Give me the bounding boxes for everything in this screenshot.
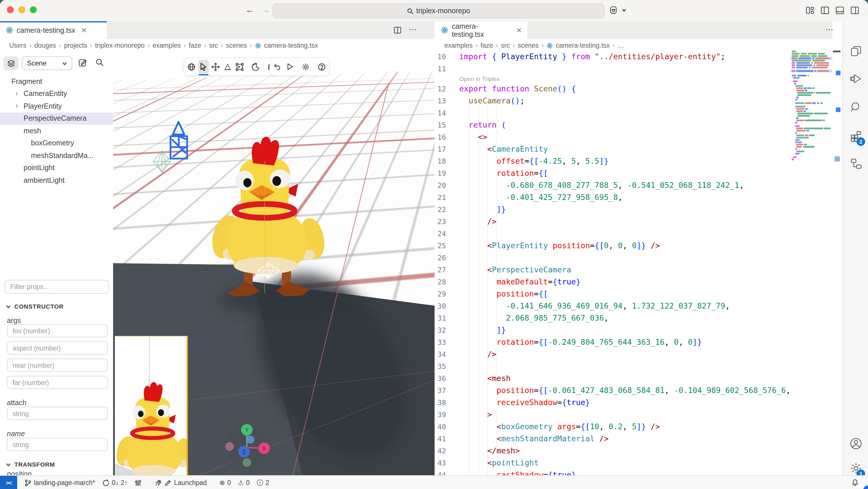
code-line-19[interactable]: 19 rotation={[ (435, 167, 790, 179)
light-helper-octahedron[interactable] (153, 150, 170, 172)
address-bar[interactable]: triplex-monorepo (273, 3, 604, 19)
code-line-43[interactable]: 43 <pointLight (435, 457, 790, 469)
scale-tool-button[interactable] (234, 60, 245, 74)
tree-item-boxgeometry[interactable]: boxGeometry (0, 137, 113, 149)
remote-indicator[interactable]: >< (0, 476, 17, 489)
code-line-42[interactable]: 42 </mesh> (435, 445, 790, 457)
tree-item-mesh[interactable]: mesh (0, 125, 113, 137)
more-actions-icon[interactable]: ⋯ (409, 25, 417, 34)
code-line-35[interactable]: 35 (435, 360, 790, 372)
code-line-27[interactable]: 27 <PerspectiveCamera (435, 264, 790, 276)
code-line-22[interactable]: 22 ]} (435, 203, 790, 215)
code-line-38[interactable]: 38 receiveShadow={true} (435, 397, 790, 408)
settings-sync-item[interactable] (135, 479, 142, 486)
code-line-36[interactable]: 36 <mesh (435, 372, 790, 384)
code-line-28[interactable]: 28 makeDefault={true} (435, 276, 790, 288)
search-icon[interactable] (849, 100, 863, 114)
name-input[interactable]: string (7, 438, 108, 451)
tree-item-pointlight[interactable]: pointLight (0, 162, 113, 174)
code-line-37[interactable]: 37 position={[-0.061_427_483_068_584_81,… (435, 384, 790, 397)
edit-scene-icon[interactable] (78, 58, 87, 67)
breadcrumb-item[interactable]: examples (444, 42, 472, 49)
breadcrumb-item[interactable]: camera-testing.tsx (556, 42, 610, 49)
launchpad-item[interactable]: Launchpad (155, 479, 207, 486)
breadcrumb-item[interactable]: douges (34, 42, 56, 49)
breadcrumb-item[interactable]: Users (9, 42, 26, 49)
breadcrumb-item[interactable]: scenes (518, 42, 539, 49)
close-window-button[interactable] (7, 6, 14, 13)
forward-button[interactable]: → (260, 5, 272, 15)
code-line-25[interactable]: 25 <PlayerEntity position={[0, 0, 0]} /> (435, 240, 790, 252)
code-line-30[interactable]: 30 -0.141_646_936_469_016_94, 1.732_122_… (435, 300, 790, 312)
move-tool-button[interactable] (210, 60, 221, 74)
code-line-26[interactable]: 26 (435, 252, 790, 264)
transform-section-header[interactable]: TRANSFORM (6, 461, 55, 468)
sync-item[interactable]: 0↓ 2↑ (102, 479, 128, 486)
arg-input-fov[interactable]: fov (number) (7, 324, 108, 337)
git-branch-item[interactable]: landing-page-march* (24, 479, 95, 486)
tree-item-ambientlight[interactable]: ambientLight (0, 174, 113, 186)
filter-props-input[interactable]: Filter props... (5, 280, 109, 294)
arg-input-aspect[interactable]: aspect (number) (7, 341, 108, 354)
code-line-29[interactable]: 29 position={[ (435, 288, 790, 300)
scene-select[interactable]: Scene (22, 56, 72, 70)
chevron-right-icon[interactable]: › (16, 101, 18, 110)
code-line-10[interactable]: 10import { PlayerEntity } from "../entit… (435, 51, 790, 63)
breadcrumb-item[interactable]: examples (152, 42, 181, 49)
split-bottom-panel-icon[interactable] (835, 5, 845, 16)
tree-item-perspectivecamera[interactable]: PerspectiveCamera (0, 112, 113, 125)
camera-helper[interactable] (170, 122, 187, 159)
overview-ruler[interactable] (832, 21, 842, 475)
profile-chevron-down-icon[interactable] (622, 8, 626, 12)
search-scene-icon[interactable] (95, 58, 104, 67)
code-editor[interactable]: 10import { PlayerEntity } from "../entit… (435, 51, 790, 475)
rotate-tool-button[interactable] (222, 60, 233, 74)
code-line-34[interactable]: 34 /> (435, 348, 790, 360)
help-button[interactable] (316, 60, 327, 74)
tree-item-playerentity[interactable]: ›PlayerEntity (0, 100, 113, 112)
tree-item-cameraentity[interactable]: ›CameraEntity (0, 88, 113, 100)
undo-button[interactable] (272, 60, 283, 74)
code-line-21[interactable]: 21 -0.401_425_727_958_695_8, (435, 191, 790, 203)
code-line-13[interactable]: 13 useCamera(); (435, 95, 790, 107)
split-right-panel-icon[interactable] (849, 5, 860, 16)
theme-toggle-button[interactable] (250, 60, 261, 74)
explorer-icon[interactable] (849, 44, 863, 58)
globe-tool-button[interactable] (186, 60, 197, 74)
breadcrumb-item[interactable]: camera-testing.tsx (264, 42, 318, 49)
code-line-32[interactable]: 32 ]} (435, 324, 790, 336)
code-line-40[interactable]: 40 <boxGeometry args={[10, 0.2, 5]} /> (435, 421, 790, 433)
breadcrumb-item[interactable]: … (618, 42, 624, 49)
tree-item-fragment[interactable]: Fragment (0, 75, 113, 88)
breadcrumb-item[interactable]: src (501, 42, 510, 49)
breadcrumb-item[interactable]: triplex-monorepo (95, 42, 145, 49)
3d-viewport[interactable]: Y X Z (113, 52, 435, 475)
back-button[interactable]: ← (244, 5, 255, 15)
breadcrumb-item[interactable]: faze (480, 42, 493, 49)
account-icon[interactable] (849, 437, 863, 451)
code-line-24[interactable]: 24 (435, 228, 790, 240)
split-left-panel-icon[interactable] (820, 5, 830, 16)
profile-menu-icon[interactable] (609, 5, 619, 16)
notifications-bell-icon[interactable] (851, 479, 859, 486)
code-line-33[interactable]: 33 rotation={[-0.249_804_765_644_363_16,… (435, 336, 790, 348)
code-line-16[interactable]: 16 <> (435, 131, 790, 143)
zoom-window-button[interactable] (30, 6, 37, 13)
tree-item-meshstandardma[interactable]: meshStandardMa... (0, 149, 113, 162)
code-line-17[interactable]: 17 <CameraEntity (435, 143, 790, 155)
close-tab-icon[interactable]: ✕ (81, 26, 87, 34)
chevron-right-icon[interactable]: › (16, 89, 18, 97)
code-line-15[interactable]: 15 return ( (435, 119, 790, 131)
breadcrumb[interactable]: Users›douges›projects›triplex-monorepo›e… (0, 39, 444, 52)
code-line-23[interactable]: 23 /> (435, 215, 790, 228)
breadcrumb[interactable]: examples›faze›src›scenes›camera-testing.… (435, 39, 851, 52)
code-line-31[interactable]: 31 2.068_985_775_667_036, (435, 312, 790, 324)
code-line-39[interactable]: 39 > (435, 408, 790, 421)
attach-input[interactable]: string (7, 407, 108, 420)
split-editor-icon[interactable] (393, 26, 402, 34)
hierarchy-icon[interactable] (849, 157, 863, 171)
minimize-window-button[interactable] (19, 6, 25, 13)
minimap[interactable] (790, 51, 832, 475)
code-line-44[interactable]: 44 castShadow={true} (435, 469, 790, 475)
codelens-open-in-triplex[interactable]: Open in Triplex (435, 75, 790, 83)
